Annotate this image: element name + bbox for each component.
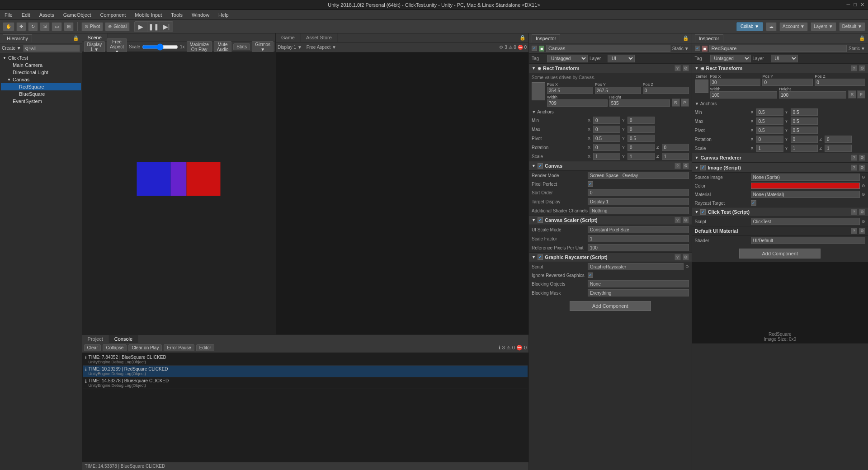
- play-btn[interactable]: ▶: [135, 22, 147, 32]
- tree-item-redsquare[interactable]: RedSquare: [1, 83, 81, 90]
- gizmos-dropdown[interactable]: Gizmos ▼: [252, 41, 274, 53]
- p-btn[interactable]: P: [681, 99, 689, 107]
- maximize-btn[interactable]: □: [854, 2, 857, 8]
- rot-y-input-right[interactable]: [791, 136, 818, 143]
- menu-window[interactable]: Window: [190, 11, 211, 19]
- blocking-mask-dropdown[interactable]: Everything: [588, 289, 689, 296]
- transform-tool-btn[interactable]: ⊞: [64, 22, 74, 31]
- ui-scale-mode-dropdown[interactable]: Constant Pixel Size: [588, 226, 689, 233]
- cr-settings-btn[interactable]: ⚙: [859, 155, 865, 161]
- redsquare-active-checkbox[interactable]: [695, 46, 700, 51]
- default-ui-material-section[interactable]: Default UI Material ? ⚙: [692, 226, 868, 236]
- pivot-x-input-right[interactable]: [756, 127, 783, 134]
- p-btn-right[interactable]: P: [857, 90, 865, 99]
- minimize-btn[interactable]: ─: [847, 2, 850, 8]
- ignore-reversed-checkbox[interactable]: [588, 273, 593, 278]
- gr-script-input[interactable]: [588, 263, 684, 270]
- tree-item-eventsystem[interactable]: EventSystem: [1, 98, 81, 105]
- game-canvas[interactable]: [276, 52, 528, 334]
- min-x-input[interactable]: [593, 117, 620, 124]
- rt-settings-btn[interactable]: ⚙: [683, 65, 689, 71]
- max-y-input[interactable]: [627, 126, 655, 133]
- scale-x-input[interactable]: [593, 153, 620, 160]
- rotate-tool-btn[interactable]: ↻: [28, 22, 38, 31]
- error-pause-btn[interactable]: Error Pause: [164, 344, 194, 351]
- pos-z-input-right[interactable]: [815, 79, 865, 86]
- scale-y-input-right[interactable]: [791, 145, 818, 152]
- rot-y-input[interactable]: [627, 144, 655, 151]
- menu-tools[interactable]: Tools: [169, 11, 184, 19]
- layer-dropdown-right[interactable]: UI: [771, 55, 798, 62]
- image-enabled-checkbox[interactable]: [700, 165, 706, 170]
- rot-z-input-right[interactable]: [825, 136, 852, 143]
- red-square[interactable]: [187, 162, 221, 196]
- tree-item-directional-light[interactable]: Directional Light: [1, 69, 81, 76]
- inspector-right-lock-icon[interactable]: 🔒: [859, 35, 865, 41]
- gr-settings-btn[interactable]: ⚙: [683, 254, 689, 260]
- scale-z-input-right[interactable]: [825, 145, 852, 152]
- canvas-enabled-checkbox[interactable]: [538, 163, 543, 169]
- pos-x-input[interactable]: [547, 87, 593, 94]
- hierarchy-search[interactable]: [23, 45, 80, 52]
- log-entry-1[interactable]: ℹ TIME: 10.29239 | RedSquare CLICKED Uni…: [83, 366, 528, 377]
- material-input[interactable]: [751, 191, 860, 198]
- asset-store-tab[interactable]: Asset Store: [301, 33, 338, 42]
- blocking-objects-dropdown[interactable]: None: [588, 280, 689, 287]
- tree-item-main-camera[interactable]: Main Camera: [1, 61, 81, 69]
- ct-obj-icon[interactable]: ⊙: [862, 219, 865, 224]
- gr-info-btn[interactable]: ?: [675, 254, 681, 260]
- color-swatch[interactable]: [751, 183, 860, 189]
- game-lock-icon[interactable]: 🔒: [517, 33, 528, 42]
- ref-pixels-input[interactable]: [588, 244, 689, 251]
- pixel-perfect-checkbox[interactable]: [588, 181, 593, 187]
- blue-square[interactable]: [137, 162, 171, 196]
- canvas-scaler-section[interactable]: ▼ Canvas Scaler (Script) ? ⚙: [529, 215, 692, 225]
- collab-btn[interactable]: Collab ▼: [736, 22, 763, 31]
- cr-info-btn[interactable]: ?: [851, 155, 857, 161]
- scale-y-input[interactable]: [627, 153, 655, 160]
- inspector-left-tab[interactable]: Inspector: [532, 34, 560, 42]
- game-tab[interactable]: Game: [276, 33, 301, 42]
- cs-info-btn[interactable]: ?: [675, 217, 681, 223]
- clear-btn[interactable]: Clear: [84, 344, 101, 351]
- step-btn[interactable]: ▶|: [160, 22, 173, 32]
- canvas-name-input[interactable]: [546, 45, 670, 52]
- source-image-input[interactable]: [751, 174, 860, 181]
- height-input-right[interactable]: [779, 91, 846, 99]
- additional-shader-dropdown[interactable]: Nothing: [590, 207, 689, 214]
- purple-square[interactable]: [171, 162, 187, 196]
- default-dropdown[interactable]: Default ▼: [839, 22, 865, 31]
- width-input-right[interactable]: [710, 91, 778, 99]
- hand-tool-btn[interactable]: ✋: [3, 22, 14, 31]
- pos-x-input-right[interactable]: [710, 79, 761, 86]
- menu-help[interactable]: Help: [217, 11, 231, 19]
- min-x-input-right[interactable]: [756, 108, 783, 116]
- raycast-target-checkbox[interactable]: [751, 200, 756, 206]
- scene-tab[interactable]: Scene: [82, 33, 108, 42]
- anchor-visual[interactable]: [695, 80, 708, 93]
- color-obj-icon[interactable]: ⊙: [862, 183, 865, 188]
- hierarchy-tab[interactable]: Hierarchy: [3, 34, 32, 42]
- tag-dropdown-right[interactable]: Untagged: [710, 55, 751, 62]
- add-component-btn-left[interactable]: Add Component: [570, 301, 651, 311]
- pos-y-input-right[interactable]: [762, 79, 813, 86]
- static-dropdown-arrow[interactable]: ▼: [684, 46, 689, 51]
- editor-btn[interactable]: Editor: [196, 344, 214, 351]
- layer-dropdown[interactable]: UI: [608, 55, 635, 62]
- log-entry-2[interactable]: ℹ TIME: 14.53378 | BlueSquare CLICKED Un…: [83, 377, 528, 389]
- menu-component[interactable]: Component: [98, 11, 127, 19]
- dum-settings-btn[interactable]: ⚙: [859, 228, 865, 234]
- scale-z-input[interactable]: [662, 153, 689, 160]
- ct-enabled-checkbox[interactable]: [700, 209, 706, 215]
- cs-settings-btn[interactable]: ⚙: [683, 217, 689, 223]
- r-btn-right[interactable]: R: [848, 90, 856, 99]
- tag-dropdown[interactable]: Untagged: [547, 55, 588, 62]
- image-settings-btn[interactable]: ⚙: [859, 164, 865, 171]
- pos-z-input[interactable]: [643, 87, 689, 94]
- scene-canvas[interactable]: [82, 52, 275, 334]
- stats-btn[interactable]: Stats: [233, 43, 250, 50]
- canvas-active-checkbox[interactable]: [532, 46, 537, 51]
- shader-dropdown[interactable]: UI/Default: [751, 237, 865, 244]
- pivot-dropdown[interactable]: ⊙ Pivot: [81, 22, 103, 31]
- rot-x-input[interactable]: [593, 144, 620, 151]
